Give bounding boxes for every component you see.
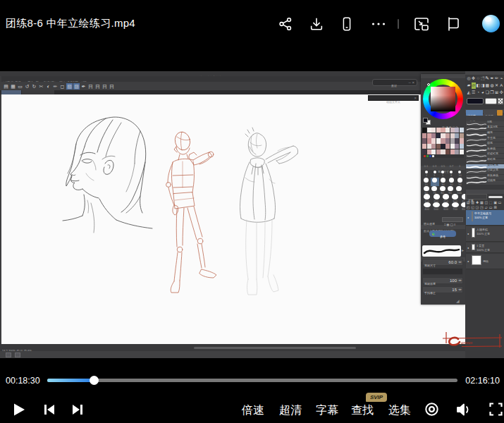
tool-icon[interactable]: ⌁ (499, 75, 503, 82)
layer-row[interactable]: ●中年立绘练习100% 正常 (466, 210, 504, 226)
dock-main-color[interactable] (467, 98, 484, 104)
tool-slider-row[interactable] (422, 268, 463, 275)
cast-icon[interactable] (443, 14, 462, 34)
csp-toolbar-icon[interactable]: ✂ (38, 83, 44, 90)
subtool-item[interactable]: 描线笔 (466, 180, 504, 186)
play-button[interactable] (12, 403, 26, 419)
color-chip[interactable] (431, 128, 436, 133)
pip-icon[interactable] (412, 14, 431, 34)
color-sv-square[interactable] (431, 87, 455, 111)
csp-canvas[interactable]: 动画文件夹 × (1, 94, 465, 344)
color-chip[interactable] (450, 138, 455, 143)
brush-size-cell[interactable]: 30 (439, 178, 448, 186)
brush-size-cell[interactable]: 600 (441, 202, 450, 211)
brush-size-cell[interactable]: 10 (455, 170, 464, 178)
color-chip[interactable] (450, 128, 455, 133)
brush-size-cell[interactable]: 50 (455, 178, 464, 186)
brush-size-cell[interactable]: 400 (422, 202, 431, 211)
color-chip[interactable] (441, 128, 445, 133)
color-chip[interactable] (422, 133, 426, 138)
prev-button[interactable] (43, 403, 56, 419)
csp-toolbar-icon[interactable]: ↻ (31, 83, 37, 90)
brush-size-cell[interactable]: 0.7 (447, 161, 455, 170)
color-chip[interactable] (441, 138, 445, 143)
layer-toolbar[interactable]: ▤▥✚▦◫⬚▣▭ (466, 200, 503, 205)
subtool-folder-icon[interactable] (497, 110, 503, 116)
csp-toolbar-icon[interactable]: 日 (94, 83, 101, 90)
download-icon[interactable] (307, 14, 326, 34)
tool-icon[interactable]: ⬚ (481, 75, 485, 82)
brush-size-cell[interactable]: 40 (447, 178, 455, 186)
subtool-tab[interactable]: 马克笔 (484, 110, 496, 116)
brush-size-cell[interactable]: 15 (422, 178, 431, 186)
csp-toolbar-icon[interactable]: ✒ (80, 83, 87, 90)
subtool-tab-active[interactable]: 沾水笔 (466, 110, 483, 116)
brush-size-cell[interactable]: 8 (447, 170, 455, 178)
color-chip[interactable] (436, 133, 441, 138)
video-frame[interactable]: 团练8-6 中年立绘练习 75% (RGB) - CLIP STUDIO PAI… (0, 71, 504, 358)
tool-icon[interactable]: ◧ (476, 82, 480, 89)
dock-sub-color[interactable] (485, 98, 497, 104)
brush-size-cell[interactable]: 300 (450, 194, 460, 202)
tool-icon[interactable]: ◕ (481, 90, 485, 96)
brush-size-cell[interactable]: 1 (455, 161, 464, 170)
brush-size-cell[interactable]: 250 (441, 194, 450, 202)
color-chip[interactable] (460, 128, 464, 133)
phone-icon[interactable] (337, 14, 357, 34)
color-chip[interactable] (455, 133, 459, 138)
layer-row[interactable]: ●人物草稿100% 正常 (466, 226, 504, 242)
csp-bottom-button[interactable] (15, 352, 20, 357)
tool-icon[interactable]: ✥ (472, 75, 476, 82)
color-chip[interactable] (441, 144, 445, 149)
color-chip[interactable] (431, 133, 436, 138)
color-chip[interactable] (460, 133, 464, 138)
csp-bottom-button[interactable] (6, 352, 11, 357)
share-icon[interactable] (276, 14, 295, 34)
color-chip[interactable] (427, 128, 431, 133)
brush-size-cell[interactable]: 2 (422, 170, 431, 178)
tool-icon[interactable]: ✣ (499, 90, 503, 96)
csp-toolbar-icon[interactable]: ◐ (45, 83, 51, 90)
color-chip[interactable] (436, 128, 441, 133)
fullscreen-icon[interactable] (489, 403, 503, 419)
tool-slider-row[interactable]: 笔刷尺寸60.0◂▸ (422, 259, 463, 266)
blend-mode-select[interactable]: 正常 (466, 194, 487, 200)
layer-row[interactable]: ●1 背景100% 正常 (466, 243, 504, 253)
reference-button[interactable]: 参考 (429, 231, 456, 237)
csp-toolbar-icon[interactable]: ◻ (59, 83, 66, 90)
csp-toolbar-icon[interactable]: ✏ (52, 83, 59, 90)
brush-size-cell[interactable]: 0.5 (439, 161, 448, 170)
color-chip[interactable] (427, 138, 431, 143)
brush-size-cell[interactable]: 3 (431, 170, 439, 178)
layer-row[interactable]: ●用纸 (466, 254, 504, 269)
csp-toolbar-icon[interactable]: 日 (87, 83, 94, 90)
color-chip[interactable] (422, 128, 426, 133)
volume-icon[interactable] (455, 402, 471, 420)
csp-toolbar-icon[interactable]: ▦ (10, 83, 16, 90)
color-chip[interactable] (445, 138, 450, 143)
brush-size-cell[interactable]: 0.1 (422, 161, 431, 170)
layer-toolbar2[interactable]: ◰◱◲◳▱▭⊞ (466, 205, 503, 210)
csp-toolbar-icon[interactable]: ▭ (17, 83, 23, 90)
tool-icon[interactable]: ✒ (490, 75, 494, 82)
csp-toolbar-icon[interactable]: 日 (102, 83, 108, 90)
tool-icon[interactable]: ◔ (476, 90, 480, 96)
main-color-swatch[interactable] (423, 118, 428, 123)
color-chip[interactable] (427, 144, 431, 149)
tool-icon[interactable]: ❏ (485, 90, 489, 96)
brush-size-cell[interactable]: 70 (430, 186, 438, 195)
tool-icon[interactable]: ◌ (476, 75, 480, 82)
tool-slider-row[interactable]: 笔刷浓度100◂▸ (422, 277, 463, 284)
brush-size-cell[interactable]: 20 (431, 178, 439, 186)
color-chip[interactable] (445, 128, 450, 133)
tool-icon[interactable]: ❐ (490, 90, 494, 96)
color-chip[interactable] (455, 144, 459, 149)
speed-button[interactable]: 倍速 (242, 403, 264, 418)
brush-size-cell[interactable]: 500 (431, 202, 441, 211)
brush-size-cell[interactable]: 700 (450, 202, 460, 211)
record-icon[interactable] (424, 402, 439, 419)
color-chip[interactable] (431, 144, 436, 149)
brush-size-cell[interactable]: 5 (439, 170, 448, 178)
tool-icon[interactable]: ◭ (467, 90, 471, 96)
dock-transparent-color[interactable] (498, 98, 503, 104)
